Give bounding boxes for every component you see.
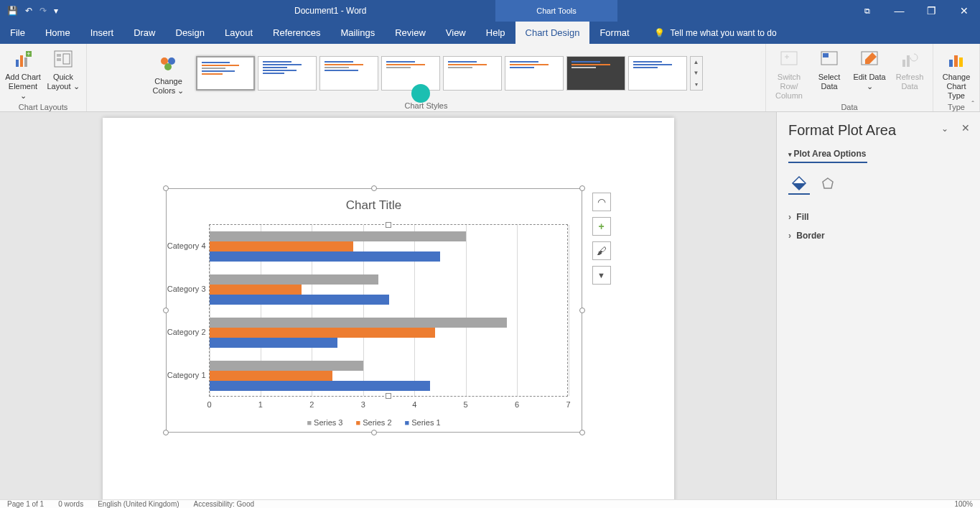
tab-view[interactable]: View (436, 22, 476, 44)
chart-layout-options-button[interactable]: ◠ (592, 193, 611, 211)
change-colors-button[interactable]: Change Colors ⌄ (150, 51, 187, 96)
legend-series-1[interactable]: Series 1 (405, 418, 441, 427)
data-bar[interactable] (210, 328, 435, 338)
plot-handle-n[interactable] (386, 222, 391, 228)
data-bar[interactable] (210, 338, 338, 348)
status-zoom[interactable]: 100% (954, 500, 973, 508)
x-tick-label: 2 (309, 400, 314, 409)
collapse-ribbon-button[interactable]: ˆ (971, 100, 974, 108)
chart-style-5[interactable] (443, 56, 502, 91)
tab-design[interactable]: Design (166, 22, 215, 44)
data-bar[interactable] (210, 318, 507, 328)
data-bar[interactable] (210, 241, 353, 251)
chart-object[interactable]: Chart Title 01234567Category 1Category 2… (166, 188, 582, 433)
group-label-chart-layouts: Chart Layouts (19, 103, 67, 111)
resize-handle-s[interactable] (371, 430, 377, 435)
border-section[interactable]: Border (788, 226, 969, 245)
page-surface[interactable]: Chart Title 01234567Category 1Category 2… (0, 112, 776, 499)
status-language[interactable]: English (United Kingdom) (98, 500, 179, 508)
tab-home[interactable]: Home (35, 22, 80, 44)
save-icon[interactable]: 💾 (7, 6, 18, 16)
data-bar[interactable] (210, 231, 466, 241)
resize-handle-nw[interactable] (163, 185, 169, 191)
chart-style-1[interactable] (196, 56, 255, 91)
plot-area-options-dropdown[interactable]: Plot Area Options (788, 149, 969, 159)
effects-icon[interactable] (817, 173, 839, 195)
status-page[interactable]: Page 1 of 1 (7, 500, 44, 508)
tab-mailings[interactable]: Mailings (331, 22, 386, 44)
chart-style-6[interactable] (505, 56, 564, 91)
chart-style-2[interactable] (258, 56, 317, 91)
grid-line (569, 225, 569, 396)
category-label: Category 1 (167, 371, 206, 379)
plot-handle-s[interactable] (386, 393, 391, 399)
resize-handle-n[interactable] (371, 185, 377, 191)
x-tick-label: 5 (464, 400, 468, 409)
pane-close-button[interactable]: ✕ (961, 122, 970, 134)
tab-format[interactable]: Format (589, 22, 639, 44)
resize-handle-sw[interactable] (163, 430, 169, 435)
redo-icon[interactable]: ↷ (39, 6, 47, 16)
group-chart-styles: Change Colors ⌄ ▲▼▾ Chart Styles (87, 44, 766, 111)
data-bar[interactable] (210, 295, 389, 305)
add-chart-element-button[interactable]: + Add Chart Element ⌄ (4, 47, 42, 101)
grid-line (414, 225, 415, 396)
resize-handle-ne[interactable] (579, 185, 585, 191)
resize-handle-e[interactable] (579, 308, 585, 313)
page: Chart Title 01234567Category 1Category 2… (103, 118, 674, 499)
chart-element-buttons: ◠ + 🖌 ▼ (592, 193, 611, 285)
tab-insert[interactable]: Insert (80, 22, 124, 44)
svg-rect-20 (959, 57, 963, 67)
chart-style-8[interactable] (628, 56, 687, 91)
resize-handle-se[interactable] (579, 430, 585, 435)
chart-legend[interactable]: Series 3 Series 2 Series 1 (166, 418, 582, 427)
plot-area[interactable]: 01234567Category 1Category 2Category 3Ca… (209, 224, 568, 397)
resize-handle-w[interactable] (163, 308, 169, 313)
svg-rect-7 (57, 58, 61, 61)
pane-options-chevron[interactable]: ⌄ (941, 124, 948, 134)
document-area: Chart Title 01234567Category 1Category 2… (0, 112, 980, 499)
data-bar[interactable] (210, 361, 363, 371)
chart-style-7[interactable] (566, 56, 625, 91)
tab-file[interactable]: File (0, 22, 35, 44)
fill-line-icon[interactable] (788, 173, 810, 195)
close-button[interactable]: ✕ (948, 0, 980, 22)
chart-filters-button[interactable]: ▼ (592, 266, 611, 285)
lightbulb-icon: 💡 (654, 28, 665, 38)
minimize-button[interactable]: — (883, 0, 915, 22)
data-bar[interactable] (210, 381, 430, 391)
chart-title[interactable]: Chart Title (166, 198, 582, 213)
data-bar[interactable] (210, 285, 302, 295)
undo-icon[interactable]: ↶ (25, 6, 32, 16)
change-chart-type-button[interactable]: Change Chart Type (938, 47, 975, 101)
select-data-button[interactable]: Select Data (811, 47, 848, 91)
fill-section[interactable]: Fill (788, 208, 969, 226)
chart-styles-button[interactable]: 🖌 (592, 241, 611, 260)
tab-chart-design[interactable]: Chart Design (515, 22, 590, 44)
data-bar[interactable] (210, 251, 440, 262)
tab-references[interactable]: References (263, 22, 330, 44)
tab-review[interactable]: Review (385, 22, 436, 44)
tab-layout[interactable]: Layout (215, 22, 263, 44)
tell-me-search[interactable]: 💡 Tell me what you want to do (654, 22, 777, 44)
maximize-button[interactable]: ❐ (915, 0, 948, 22)
data-bar[interactable] (210, 274, 379, 285)
svg-marker-23 (823, 178, 833, 188)
category-label: Category 4 (167, 241, 206, 250)
chart-style-4[interactable] (381, 56, 440, 91)
status-word-count[interactable]: 0 words (58, 500, 83, 508)
tab-draw[interactable]: Draw (123, 22, 165, 44)
tab-help[interactable]: Help (476, 22, 515, 44)
ribbon-display-icon[interactable]: ⧉ (851, 0, 883, 22)
edit-data-button[interactable]: Edit Data ⌄ (851, 47, 888, 91)
chart-elements-button[interactable]: + (592, 217, 611, 236)
quick-layout-button[interactable]: Quick Layout ⌄ (45, 47, 82, 91)
chart-styles-more-button[interactable]: ▲▼▾ (690, 56, 703, 91)
x-tick-label: 3 (361, 400, 365, 409)
status-accessibility[interactable]: Accessibility: Good (194, 500, 254, 508)
chart-style-3[interactable] (319, 56, 378, 91)
legend-series-3[interactable]: Series 3 (307, 418, 342, 427)
legend-series-2[interactable]: Series 2 (355, 418, 391, 427)
data-bar[interactable] (210, 371, 332, 381)
qat-more-icon[interactable]: ▾ (54, 6, 58, 16)
